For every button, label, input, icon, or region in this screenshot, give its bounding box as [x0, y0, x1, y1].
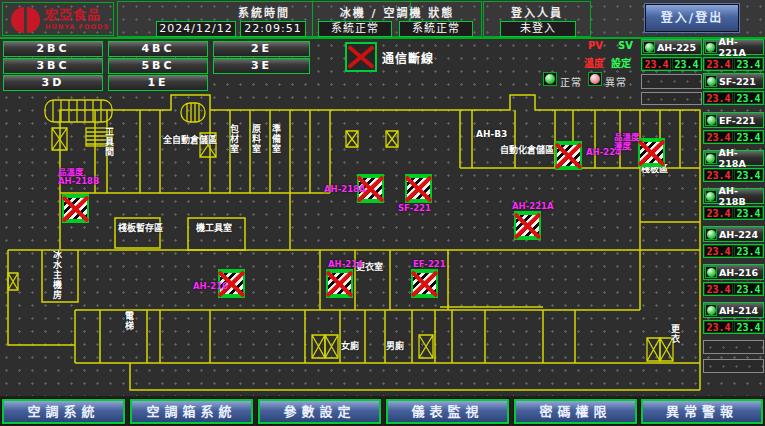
- marker-label: AH-221A: [512, 202, 554, 211]
- unit-values: 23.4 23.4: [703, 206, 764, 220]
- status-led: [705, 41, 717, 53]
- status-led: [705, 190, 717, 202]
- room-label: 自動化倉儲區: [500, 146, 554, 155]
- comm-loss-label: 通信斷線: [382, 49, 434, 66]
- sv-value: 23.4: [734, 131, 763, 143]
- unit-values: 23.4 23.4: [703, 91, 764, 105]
- comm-loss-icon: [345, 42, 377, 72]
- company-logo: 宏亞食品 HUNYA FOODS: [2, 2, 114, 36]
- hmi-screen: 工具間全自動倉儲區包材室原料室準備室AH-B3自動化倉儲區更衣室女廁男廁冰水主機…: [0, 0, 765, 426]
- temp-header: 溫度: [584, 55, 604, 70]
- status-led: [705, 152, 717, 164]
- sv-value: 23.4: [734, 283, 763, 295]
- time-display: 22:09:51: [240, 21, 306, 37]
- ahu-fault-icon[interactable]: [514, 211, 541, 240]
- nav-ahu-system[interactable]: 空調箱系統: [130, 399, 253, 424]
- unit-ah-218b[interactable]: AH-218B: [703, 188, 764, 204]
- status-led: [705, 114, 717, 126]
- marker-label: 品溫度溼度: [614, 133, 640, 152]
- normal-led-icon: [543, 72, 557, 86]
- unit-ah-225[interactable]: AH-225: [641, 39, 702, 55]
- unit-name-label: AH-218B: [719, 185, 763, 207]
- unit-ah-221a[interactable]: AH-221A: [703, 39, 764, 55]
- floor-button-2e[interactable]: 2E: [213, 41, 310, 57]
- floor-button-1e[interactable]: 1E: [108, 75, 208, 91]
- ac-status: 系統正常: [399, 21, 473, 37]
- set-header: 設定: [611, 55, 631, 70]
- unit-name-label: AH-224: [719, 229, 758, 240]
- nav-meter-monitor[interactable]: 儀表監視: [386, 399, 509, 424]
- unit-name-label: EF-221: [719, 115, 755, 126]
- unit-values: 23.4 23.4: [703, 320, 764, 334]
- floor-button-5bc[interactable]: 5BC: [108, 58, 208, 74]
- machine-status-section: 冰機 / 空調機 狀態 系統正常 系統正常: [312, 1, 482, 37]
- marker-label: 品溫度AH-218B: [58, 168, 99, 187]
- marker-label: SF-221: [398, 204, 431, 213]
- login-section: 登入人員 未登入: [483, 1, 591, 37]
- floor-button-2bc[interactable]: 2BC: [3, 41, 103, 57]
- room-label: AH-B3: [476, 130, 507, 139]
- pv-value: 23.4: [704, 169, 733, 181]
- room-label: 更衣: [670, 324, 679, 344]
- ahu-fault-icon[interactable]: [62, 194, 89, 223]
- ahu-fault-icon[interactable]: [405, 174, 432, 203]
- room-label: 全自動倉儲區: [163, 136, 217, 145]
- logo-subtitle: HUNYA FOODS: [45, 23, 109, 31]
- unit-ah-224[interactable]: AH-224: [703, 226, 764, 242]
- room-label: 工具間: [104, 127, 113, 157]
- nav-parameter-set[interactable]: 參數設定: [258, 399, 381, 424]
- status-led: [705, 228, 717, 240]
- pv-value: 23.4: [704, 58, 733, 70]
- unit-values: 23.4 23.4: [703, 282, 764, 296]
- empty-slot: [641, 92, 702, 105]
- ahu-fault-icon[interactable]: [411, 269, 438, 298]
- abnormal-led-icon: [588, 72, 602, 86]
- ahu-fault-icon[interactable]: [638, 138, 665, 167]
- nav-ac-system[interactable]: 空調系統: [2, 399, 125, 424]
- unit-name-label: AH-216: [719, 267, 758, 278]
- abnormal-label: 異常: [605, 74, 627, 89]
- pv-value: 23.4: [704, 207, 733, 219]
- unit-ah-216[interactable]: AH-216: [703, 264, 764, 280]
- room-label: 棧板暫存區: [118, 224, 163, 233]
- sv-value: 23.4: [734, 92, 763, 104]
- nav-password-auth[interactable]: 密碼權限: [514, 399, 637, 424]
- ahu-fault-icon[interactable]: [555, 141, 582, 170]
- logo-title: 宏亞食品: [45, 7, 109, 23]
- floor-button-3e[interactable]: 3E: [213, 58, 310, 74]
- unit-values: 23.4 23.4: [641, 57, 702, 71]
- nav-alarm[interactable]: 異常警報: [641, 399, 763, 424]
- unit-ah-218a[interactable]: AH-218A: [703, 150, 764, 166]
- unit-sf-221[interactable]: SF-221: [703, 73, 764, 89]
- room-label: 準備室: [271, 124, 280, 154]
- pv-value: 23.4: [704, 283, 733, 295]
- unit-ef-221[interactable]: EF-221: [703, 112, 764, 128]
- status-led: [705, 75, 717, 87]
- sv-value: 23.4: [734, 207, 763, 219]
- empty-slot: [703, 359, 764, 373]
- machine-status-label: 冰機 / 空調機 狀態: [313, 4, 481, 20]
- sv-header: SV: [618, 40, 633, 51]
- sv-value: 23.4: [734, 245, 763, 257]
- status-led: [643, 41, 655, 53]
- room-label: 原料室: [251, 124, 260, 154]
- floor-button-4bc[interactable]: 4BC: [108, 41, 208, 57]
- room-label: 冰水主機房: [52, 250, 61, 300]
- marker-label: AH-218A: [324, 185, 366, 194]
- date-display: 2024/12/12: [156, 21, 236, 37]
- pv-header: PV: [588, 40, 603, 51]
- floor-button-3bc[interactable]: 3BC: [3, 58, 103, 74]
- marker-label: AH-214: [328, 260, 363, 269]
- floor-button-3d[interactable]: 3D: [3, 75, 103, 91]
- room-label: 女廁: [341, 342, 359, 351]
- unit-name-label: AH-225: [657, 42, 696, 53]
- chiller-status: 系統正常: [318, 21, 392, 37]
- room-label: 男廁: [386, 342, 404, 351]
- sv-value: 23.4: [672, 58, 701, 70]
- ahu-fault-icon[interactable]: [326, 269, 353, 298]
- unit-ah-214[interactable]: AH-214: [703, 302, 764, 318]
- pv-value: 23.4: [704, 92, 733, 104]
- unit-name-label: AH-214: [719, 305, 758, 316]
- unit-values: 23.4 23.4: [703, 57, 764, 71]
- login-logout-button[interactable]: 登入/登出: [645, 4, 739, 32]
